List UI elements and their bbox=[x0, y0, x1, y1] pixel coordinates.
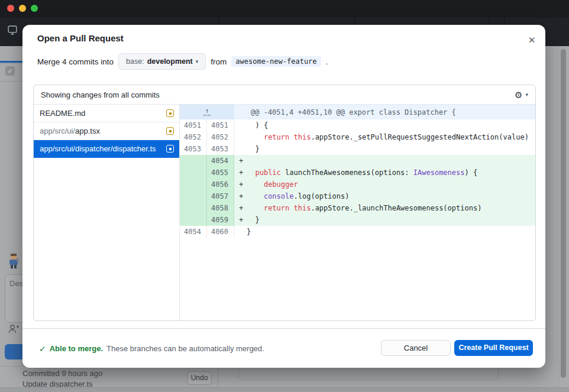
add-coauthor-icon bbox=[8, 323, 20, 336]
hunk-gutter: ↑ bbox=[180, 105, 234, 119]
scrollbar-track bbox=[558, 46, 559, 387]
code-line: + debugger bbox=[234, 179, 535, 190]
modified-status-icon bbox=[166, 109, 174, 117]
footer-divider bbox=[22, 328, 545, 329]
diff-row: 40514051 ) { bbox=[180, 119, 535, 131]
diff-row: 40534053 } bbox=[180, 143, 535, 155]
old-line-number bbox=[180, 167, 207, 179]
changes-panel-body: README.mdapp/src/ui/app.tsxapp/src/ui/di… bbox=[34, 105, 535, 320]
diff-sign: + bbox=[239, 179, 247, 190]
diff-rows: 40514051 ) {40524052 return this.appStor… bbox=[180, 119, 535, 238]
check-icon: ✓ bbox=[39, 344, 46, 354]
modified-status-icon bbox=[166, 145, 174, 153]
old-line-number: 4054 bbox=[180, 226, 207, 238]
merge-prefix-text: Merge 4 commits into bbox=[37, 57, 114, 66]
diff-options-dropdown[interactable]: ⚙ ▾ bbox=[515, 90, 528, 99]
new-line-number: 4056 bbox=[207, 179, 234, 190]
diff-sign: + bbox=[239, 167, 247, 179]
new-line-number: 4054 bbox=[207, 155, 234, 167]
code-line: } bbox=[234, 226, 535, 238]
code-line: ) { bbox=[234, 119, 535, 131]
window-bottom-edge bbox=[0, 387, 569, 392]
cancel-button[interactable]: Cancel bbox=[381, 340, 451, 356]
diff-view: ↑ @@ -4051,4 +4051,10 @@ export class Di… bbox=[180, 105, 535, 320]
open-pull-request-dialog: Open a Pull Request ✕ Merge 4 commits in… bbox=[22, 25, 545, 368]
expand-hunk-up-icon[interactable]: ↑ bbox=[203, 108, 211, 116]
diff-sign: + bbox=[239, 190, 247, 202]
from-label: from bbox=[211, 57, 227, 66]
chevron-down-icon: ▾ bbox=[196, 59, 199, 64]
changes-header-label: Showing changes from all commits bbox=[41, 90, 160, 99]
close-window-button[interactable] bbox=[7, 5, 14, 12]
file-path: README.md bbox=[40, 109, 85, 118]
zoom-window-button[interactable] bbox=[31, 5, 38, 12]
create-pull-request-button[interactable]: Create Pull Request bbox=[454, 340, 533, 356]
minimize-window-button[interactable] bbox=[19, 5, 26, 12]
new-line-number: 4053 bbox=[207, 143, 234, 155]
code-line: + return this.appStore._launchTheAwesome… bbox=[234, 202, 535, 214]
old-line-number: 4053 bbox=[180, 143, 207, 155]
diff-row: 4055+ public launchTheAwesomeness(option… bbox=[180, 167, 535, 179]
close-dialog-icon[interactable]: ✕ bbox=[525, 33, 539, 47]
new-line-number: 4051 bbox=[207, 119, 234, 131]
diff-row: 4056+ debugger bbox=[180, 179, 535, 190]
file-row[interactable]: app/src/ui/dispatcher/dispatcher.ts bbox=[34, 140, 179, 158]
merge-status-text: These branches can be automatically merg… bbox=[106, 344, 264, 353]
old-line-number: 4052 bbox=[180, 131, 207, 143]
diff-row: 40524052 return this.appStore._setPullRe… bbox=[180, 131, 535, 143]
diff-row: 4059+ } bbox=[180, 214, 535, 226]
scrollbar-thumb bbox=[561, 49, 566, 378]
code-line: + public launchTheAwesomeness(options: I… bbox=[234, 167, 535, 179]
old-line-number bbox=[180, 179, 207, 190]
new-line-number: 4060 bbox=[207, 226, 234, 238]
diff-sign: + bbox=[239, 155, 247, 167]
diff-sign: + bbox=[239, 202, 247, 214]
gear-icon: ⚙ bbox=[515, 90, 522, 99]
diff-hunk-header: ↑ @@ -4051,4 +4051,10 @@ export class Di… bbox=[180, 105, 535, 119]
code-line: + console.log(options) bbox=[234, 190, 535, 202]
code-line: } bbox=[234, 143, 535, 155]
old-line-number bbox=[180, 190, 207, 202]
diff-row: 40544060} bbox=[180, 226, 535, 238]
merge-status: ✓ Able to merge. These branches can be a… bbox=[39, 341, 264, 357]
old-line-number: 4051 bbox=[180, 119, 207, 131]
merge-status-title: Able to merge. bbox=[50, 344, 103, 353]
modified-status-icon bbox=[166, 127, 174, 135]
merge-summary-row: Merge 4 commits into base: development ▾… bbox=[37, 52, 328, 71]
dialog-title: Open a Pull Request bbox=[37, 33, 124, 43]
old-line-number bbox=[180, 214, 207, 226]
select-all-checkbox: ✓ bbox=[5, 66, 15, 76]
file-path: app/src/ui/dispatcher/dispatcher.ts bbox=[40, 144, 156, 153]
new-line-number: 4057 bbox=[207, 190, 234, 202]
changed-files-list: README.mdapp/src/ui/app.tsxapp/src/ui/di… bbox=[34, 105, 180, 320]
diff-row: 4057+ console.log(options) bbox=[180, 190, 535, 202]
undo-commit-button: Undo bbox=[187, 371, 212, 385]
new-line-number: 4059 bbox=[207, 214, 234, 226]
base-label: base: bbox=[126, 57, 144, 66]
base-branch-dropdown[interactable]: base: development ▾ bbox=[118, 53, 206, 70]
code-line: return this.appStore._setPullRequestSugg… bbox=[234, 131, 535, 143]
file-row[interactable]: README.md bbox=[34, 105, 179, 122]
diff-row: 4054+ bbox=[180, 155, 535, 167]
titlebar bbox=[0, 0, 569, 18]
file-row[interactable]: app/src/ui/app.tsx bbox=[34, 122, 179, 140]
user-avatar bbox=[7, 253, 20, 269]
new-line-number: 4055 bbox=[207, 167, 234, 179]
hunk-header-text: @@ -4051,4 +4051,10 @@ export class Disp… bbox=[234, 105, 535, 119]
app-window: ✓ Desc Committed 9 hours ago Update disp… bbox=[0, 0, 569, 392]
base-branch-name: development bbox=[147, 57, 193, 66]
old-line-number bbox=[180, 155, 207, 167]
code-line: + } bbox=[234, 214, 535, 226]
diff-sign: + bbox=[239, 214, 247, 226]
changes-panel: Showing changes from all commits ⚙ ▾ REA… bbox=[33, 85, 536, 321]
committed-timestamp: Committed 9 hours ago bbox=[22, 369, 102, 378]
old-line-number bbox=[180, 202, 207, 214]
repository-icon bbox=[7, 24, 18, 38]
file-path: app/src/ui/app.tsx bbox=[40, 127, 100, 135]
diff-row: 4058+ return this.appStore._launchTheAwe… bbox=[180, 202, 535, 214]
changes-panel-header: Showing changes from all commits ⚙ ▾ bbox=[34, 85, 535, 105]
new-line-number: 4058 bbox=[207, 202, 234, 214]
head-branch-name: awesome-new-feature bbox=[231, 56, 321, 67]
merge-suffix-text: . bbox=[326, 57, 328, 66]
code-line: + bbox=[234, 155, 535, 167]
